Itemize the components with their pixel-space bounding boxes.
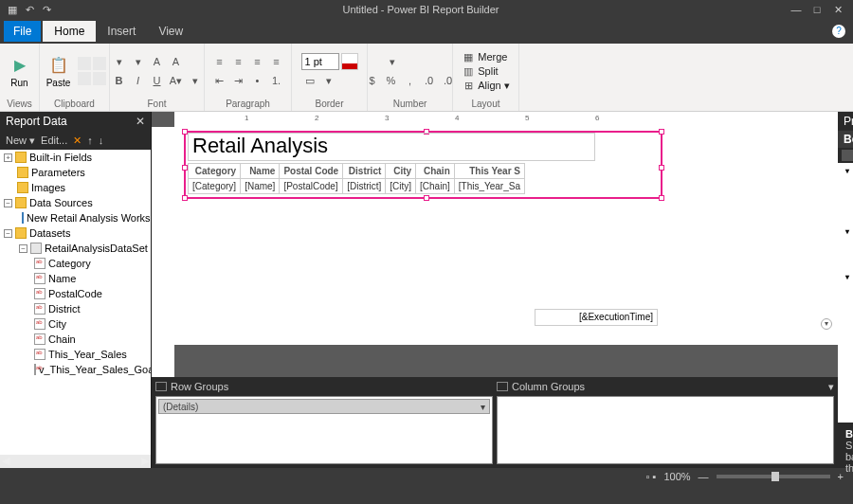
copy-button[interactable] bbox=[93, 57, 106, 70]
insert-tab[interactable]: Insert bbox=[96, 21, 147, 42]
justify-button[interactable]: ≡ bbox=[268, 53, 285, 70]
scroll-left-icon[interactable]: ◀ bbox=[2, 455, 9, 468]
numbering-button[interactable]: 1. bbox=[268, 72, 285, 89]
chevron-down-icon[interactable]: ▾ bbox=[845, 273, 849, 281]
report-data-delete-icon[interactable]: ✕ bbox=[73, 135, 82, 147]
border-color-button[interactable] bbox=[341, 53, 358, 70]
canvas-expand-icon[interactable]: ▾ bbox=[821, 318, 832, 330]
maximize-button[interactable]: □ bbox=[809, 4, 825, 16]
column-header: District bbox=[343, 164, 386, 179]
undo-icon[interactable]: ↶ bbox=[23, 3, 36, 16]
row-groups-icon bbox=[155, 382, 167, 391]
align-right-button[interactable]: ≡ bbox=[249, 53, 266, 70]
decrease-indent-button[interactable]: ⇤ bbox=[211, 72, 228, 89]
fill-color-button[interactable]: ▾ bbox=[187, 72, 204, 89]
border-preset-button[interactable]: ▾ bbox=[320, 72, 337, 89]
vertical-ruler bbox=[152, 127, 174, 377]
report-data-movedown-icon[interactable]: ↓ bbox=[99, 135, 104, 146]
report-design-surface[interactable]: Retail Analysis Category Name Postal Cod… bbox=[174, 127, 838, 345]
ribbon: ▶Run Views 📋Paste Clipboard ▾ ▾ A A B I bbox=[0, 44, 853, 112]
property-grid[interactable]: ▾Border BorderColorBlack BorderStyleNone… bbox=[838, 163, 853, 423]
execution-time-textbox[interactable]: [&ExecutionTime] bbox=[535, 309, 658, 326]
column-header: City bbox=[386, 164, 416, 179]
properties-header: Properties bbox=[844, 115, 853, 128]
split-button[interactable]: ▥Split bbox=[462, 64, 509, 78]
report-data-tree[interactable]: +Built-in Fields Parameters Images −Data… bbox=[0, 150, 151, 455]
underline-button[interactable]: U bbox=[149, 72, 166, 89]
home-tab[interactable]: Home bbox=[43, 21, 96, 42]
status-icon: ▫ ▪ bbox=[646, 471, 657, 482]
shrink-font-button[interactable]: A bbox=[168, 53, 185, 70]
column-header: Category bbox=[189, 164, 241, 179]
column-groups-panel[interactable] bbox=[497, 396, 834, 464]
align-center-button[interactable]: ≡ bbox=[230, 53, 247, 70]
column-groups-menu-icon[interactable]: ▾ bbox=[828, 381, 834, 393]
table-cell: [This_Year_Sa bbox=[454, 179, 524, 194]
percent-button[interactable]: % bbox=[383, 72, 400, 89]
format-painter-button[interactable] bbox=[78, 72, 91, 85]
font-size-dropdown[interactable]: ▾ bbox=[130, 53, 147, 70]
scroll-right-icon[interactable]: ▶ bbox=[141, 455, 149, 468]
row-groups-header: Row Groups bbox=[171, 381, 228, 392]
help-icon[interactable]: ? bbox=[832, 25, 845, 38]
run-button[interactable]: ▶Run bbox=[5, 55, 35, 88]
file-tab[interactable]: File bbox=[4, 21, 41, 42]
report-data-header: Report Data bbox=[6, 115, 67, 128]
details-group-item[interactable]: (Details)▾ bbox=[158, 399, 490, 414]
border-width-input[interactable] bbox=[301, 53, 339, 70]
column-header: Chain bbox=[416, 164, 455, 179]
table-cell: [PostalCode] bbox=[280, 179, 343, 194]
column-groups-header: Column Groups bbox=[512, 381, 585, 392]
close-button[interactable]: ✕ bbox=[830, 4, 845, 16]
zoom-level[interactable]: 100% bbox=[663, 471, 690, 482]
increase-decimal-button[interactable]: .0 bbox=[421, 72, 438, 89]
font-color-button[interactable]: A▾ bbox=[168, 72, 185, 89]
table-cell: [City] bbox=[386, 179, 416, 194]
merge-button[interactable]: ▦Merge bbox=[462, 50, 509, 63]
minimize-button[interactable]: — bbox=[789, 4, 804, 16]
italic-button[interactable]: I bbox=[130, 72, 147, 89]
report-tablix[interactable]: Category Name Postal Code District City … bbox=[188, 163, 525, 194]
properties-object-name: Body bbox=[838, 131, 853, 148]
increase-indent-button[interactable]: ⇥ bbox=[230, 72, 247, 89]
font-family-dropdown[interactable]: ▾ bbox=[111, 53, 128, 70]
app-icon: ▦ bbox=[6, 3, 19, 16]
property-help: BackgroundColor Specifies the background… bbox=[838, 423, 853, 468]
currency-button[interactable]: $ bbox=[364, 72, 381, 89]
bullets-button[interactable]: • bbox=[249, 72, 266, 89]
report-data-new-button[interactable]: New ▾ bbox=[6, 135, 35, 147]
properties-categorized-icon[interactable] bbox=[842, 150, 853, 161]
chevron-down-icon[interactable]: ▾ bbox=[845, 227, 849, 236]
comma-button[interactable]: , bbox=[402, 72, 419, 89]
zoom-in-button[interactable]: + bbox=[838, 471, 844, 482]
table-cell: [Chain] bbox=[416, 179, 455, 194]
report-data-close-icon[interactable]: ✕ bbox=[136, 115, 145, 128]
view-tab[interactable]: View bbox=[147, 21, 194, 42]
chevron-down-icon[interactable]: ▾ bbox=[481, 402, 485, 412]
align-left-button[interactable]: ≡ bbox=[211, 53, 228, 70]
zoom-out-button[interactable]: — bbox=[699, 471, 709, 482]
paste-button[interactable]: 📋Paste bbox=[44, 55, 74, 88]
report-title-textbox[interactable]: Retail Analysis bbox=[188, 133, 595, 161]
redo-icon[interactable]: ↷ bbox=[40, 3, 53, 16]
table-cell: [District] bbox=[343, 179, 386, 194]
cut-button[interactable] bbox=[78, 57, 91, 70]
table-cell: [Name] bbox=[241, 179, 280, 194]
table-cell: [Category] bbox=[189, 179, 241, 194]
column-header: Name bbox=[241, 164, 280, 179]
chevron-down-icon[interactable]: ▾ bbox=[845, 167, 849, 175]
report-data-edit-button[interactable]: Edit... bbox=[41, 135, 67, 146]
clipboard-extra[interactable] bbox=[93, 72, 106, 85]
row-groups-panel[interactable]: (Details)▾ bbox=[155, 396, 493, 464]
column-groups-icon bbox=[497, 382, 508, 391]
border-style-button[interactable]: ▭ bbox=[301, 72, 318, 89]
grow-font-button[interactable]: A bbox=[149, 53, 166, 70]
window-title: Untitled - Power BI Report Builder bbox=[53, 4, 789, 15]
column-header: Postal Code bbox=[280, 164, 343, 179]
zoom-slider[interactable] bbox=[717, 475, 830, 478]
bold-button[interactable]: B bbox=[111, 72, 128, 89]
column-header: This Year S bbox=[454, 164, 524, 179]
number-format-dropdown[interactable]: ▾ bbox=[364, 53, 421, 70]
report-data-moveup-icon[interactable]: ↑ bbox=[87, 135, 93, 146]
align-button[interactable]: ⊞Align ▾ bbox=[462, 79, 509, 92]
